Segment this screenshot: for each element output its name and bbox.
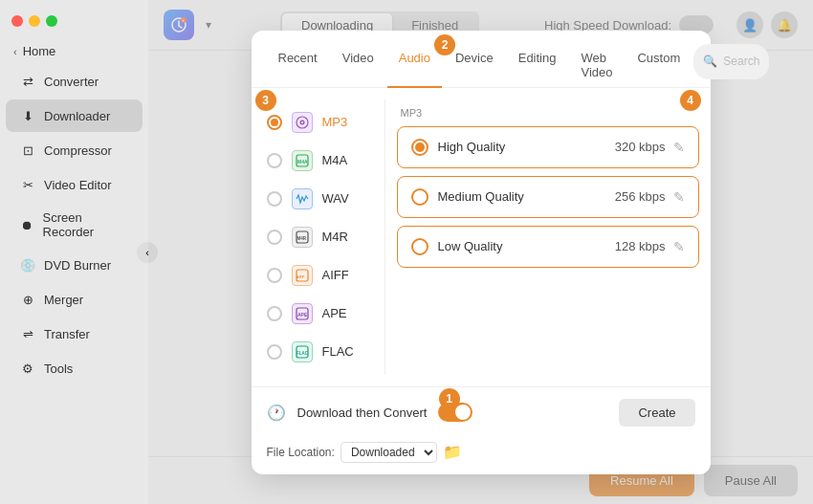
quality-low-radio: [411, 238, 428, 255]
minimize-dot[interactable]: [29, 15, 40, 27]
m4r-label: M4R: [322, 230, 348, 244]
sidebar-item-screen-recorder[interactable]: ⏺ Screen Recorder: [6, 203, 143, 247]
transfer-icon: ⇌: [19, 325, 36, 342]
quality-medium-radio: [411, 188, 428, 206]
format-item-ape[interactable]: APE APE: [252, 295, 385, 333]
dvd-burner-icon: 💿: [19, 256, 36, 274]
m4a-label: M4A: [322, 153, 348, 167]
m4a-radio: [267, 153, 282, 168]
sidebar-item-transfer[interactable]: ⇌ Transfer: [6, 318, 143, 350]
format-item-m4r[interactable]: M4R M4R: [252, 218, 385, 256]
downloader-label: Downloader: [44, 109, 110, 123]
quality-medium-name: Medium Quality: [438, 189, 615, 204]
search-placeholder: Search: [723, 55, 759, 68]
screen-recorder-icon: ⏺: [19, 216, 35, 233]
svg-text:AIFF: AIFF: [296, 274, 304, 279]
file-location-label: File Location:: [267, 446, 335, 459]
quality-item-medium[interactable]: Medium Quality 256 kbps ✎: [397, 176, 699, 218]
tab-web-video[interactable]: Web Video: [569, 44, 624, 88]
quality-high-radio: [411, 139, 428, 156]
merger-label: Merger: [44, 293, 83, 307]
modal-overlay: Recent Video Audio 2 Device Editing Web …: [148, 0, 813, 504]
tab-video[interactable]: Video: [331, 44, 385, 88]
mp3-label: MP3: [322, 115, 348, 129]
ape-label: APE: [322, 306, 347, 320]
wav-radio: [267, 191, 282, 207]
search-box[interactable]: 🔍 Search: [693, 44, 769, 79]
screen-recorder-label: Screen Recorder: [43, 210, 129, 239]
flac-icon: FLAC: [292, 341, 313, 362]
sidebar: ‹ Home ⇄ Converter ⬇ Downloader ⊡ Compre…: [0, 0, 148, 504]
compressor-icon: ⊡: [19, 142, 36, 159]
quality-high-edit-icon[interactable]: ✎: [673, 140, 685, 155]
quality-medium-edit-icon[interactable]: ✎: [673, 189, 685, 205]
converter-label: Converter: [44, 75, 99, 89]
tab-recent[interactable]: Recent: [267, 44, 329, 88]
format-tab-group: Recent Video Audio 2 Device Editing Web …: [252, 31, 711, 88]
sidebar-item-dvd-burner[interactable]: 💿 DVD Burner: [6, 249, 143, 281]
tab-editing[interactable]: Editing: [507, 44, 568, 88]
dvd-burner-label: DVD Burner: [44, 258, 111, 273]
traffic-lights: [0, 8, 148, 38]
svg-text:FLAC: FLAC: [297, 351, 309, 356]
close-dot[interactable]: [11, 15, 23, 27]
downloader-icon: ⬇: [19, 107, 36, 124]
modal-footer: 1 🕐 Download then Convert Create: [252, 386, 711, 438]
format-item-m4a[interactable]: M4A M4A: [252, 142, 385, 180]
maximize-dot[interactable]: [46, 15, 57, 27]
back-arrow-icon: ‹: [13, 46, 17, 57]
merger-icon: ⊕: [19, 291, 36, 308]
quality-item-high[interactable]: High Quality 320 kbps ✎: [397, 126, 699, 168]
ape-icon: APE: [292, 303, 313, 324]
badge-2: 2: [434, 34, 455, 55]
ape-radio: [267, 306, 282, 321]
flac-radio: [267, 344, 282, 360]
clock-icon: 🕐: [267, 404, 286, 422]
compressor-label: Compressor: [44, 143, 112, 158]
folder-icon[interactable]: 📁: [443, 443, 462, 461]
aiff-radio: [267, 268, 282, 283]
create-button[interactable]: Create: [619, 399, 694, 427]
tab-custom[interactable]: Custom: [626, 44, 692, 88]
quality-low-bitrate: 128 kbps: [615, 239, 666, 253]
sidebar-item-converter[interactable]: ⇄ Converter: [6, 65, 143, 98]
mp3-radio: [267, 115, 282, 130]
aiff-icon: AIFF: [292, 265, 313, 286]
sidebar-item-home[interactable]: ‹ Home: [0, 38, 148, 64]
format-item-wav[interactable]: WAV: [252, 180, 385, 218]
aiff-label: AIFF: [322, 268, 349, 282]
quality-high-name: High Quality: [438, 140, 615, 154]
format-item-aiff[interactable]: AIFF AIFF: [252, 256, 385, 295]
format-item-flac[interactable]: FLAC FLAC: [252, 333, 385, 371]
sidebar-item-video-editor[interactable]: ✂ Video Editor: [6, 168, 143, 201]
m4a-icon: M4A: [292, 150, 313, 171]
quality-high-bitrate: 320 kbps: [615, 140, 666, 154]
m4r-icon: M4R: [292, 227, 313, 248]
home-label: Home: [23, 44, 56, 58]
tools-label: Tools: [44, 362, 73, 376]
svg-text:M4R: M4R: [297, 236, 306, 241]
svg-text:APE: APE: [297, 312, 308, 318]
wav-label: WAV: [322, 191, 349, 206]
tab-audio[interactable]: Audio 2: [387, 44, 442, 88]
quality-low-edit-icon[interactable]: ✎: [673, 239, 685, 254]
video-editor-icon: ✂: [19, 176, 36, 193]
sidebar-item-compressor[interactable]: ⊡ Compressor: [6, 134, 143, 166]
quality-format-label: MP3: [397, 107, 699, 119]
quality-low-name: Low Quality: [438, 239, 615, 253]
format-list: 3 MP3 M4A M4A: [252, 99, 385, 375]
svg-point-5: [301, 121, 303, 123]
transfer-label: Transfer: [44, 327, 90, 341]
sidebar-item-downloader[interactable]: ⬇ Downloader: [6, 99, 143, 132]
download-convert-toggle[interactable]: [438, 403, 472, 422]
sidebar-item-tools[interactable]: ⚙ Tools: [6, 352, 143, 384]
svg-text:M4A: M4A: [297, 159, 308, 164]
badge-4: 4: [680, 90, 701, 111]
video-editor-label: Video Editor: [44, 178, 112, 192]
tools-icon: ⚙: [19, 360, 36, 377]
sidebar-item-merger[interactable]: ⊕ Merger: [6, 283, 143, 316]
quality-panel: 4 MP3 High Quality 320 kbps ✎ Medium Qua…: [385, 99, 711, 375]
download-convert-label: Download then Convert: [297, 405, 428, 420]
quality-item-low[interactable]: Low Quality 128 kbps ✎: [397, 226, 699, 268]
file-location-select[interactable]: Downloaded: [341, 442, 437, 463]
